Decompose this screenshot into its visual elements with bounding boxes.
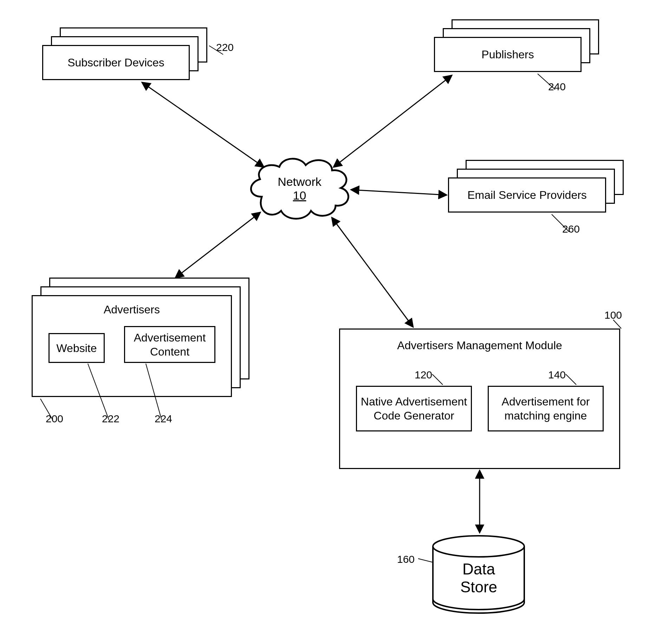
- data-store: DataStore Data Store: [430, 534, 527, 615]
- publishers-box: Publishers: [434, 37, 582, 72]
- ref-200: 200: [46, 413, 63, 425]
- match-engine-label: Advertisement for matching engine: [489, 395, 603, 423]
- amm-label: Advertisers Management Module: [340, 338, 619, 352]
- advertisers-box: Advertisers Website Advertisement Conten…: [32, 295, 232, 397]
- svg-point-0: [433, 536, 524, 557]
- ad-content-box: Advertisement Content: [124, 326, 215, 363]
- native-gen-label: Native Advertisement Code Generator: [357, 395, 471, 423]
- data-store-label: DataStore: [430, 560, 527, 596]
- svg-line-3: [351, 190, 446, 195]
- amm-box: Advertisers Management Module Native Adv…: [339, 328, 620, 469]
- diagram-canvas: Subscriber Devices 220 Publishers 240 Em…: [0, 0, 662, 644]
- ref-220: 220: [216, 41, 234, 53]
- network-cloud: Network 10: [244, 151, 355, 225]
- ref-224: 224: [155, 413, 172, 425]
- advertisers-label: Advertisers: [33, 303, 231, 316]
- ref-260: 260: [562, 223, 580, 235]
- email-providers-label: Email Service Providers: [467, 188, 587, 202]
- ref-120: 120: [415, 369, 432, 381]
- subscriber-devices-box: Subscriber Devices: [42, 45, 190, 80]
- publishers-label: Publishers: [481, 47, 534, 61]
- svg-line-16: [418, 559, 432, 562]
- match-engine-box: Advertisement for matching engine: [488, 386, 604, 431]
- network-label: Network: [244, 175, 355, 189]
- website-box: Website: [48, 333, 105, 363]
- ref-222: 222: [102, 413, 119, 425]
- network-ref: 10: [244, 189, 355, 202]
- ref-100: 100: [604, 309, 622, 321]
- ref-240: 240: [548, 81, 566, 93]
- ref-160: 160: [397, 553, 415, 565]
- subscriber-devices-label: Subscriber Devices: [67, 56, 164, 70]
- ad-content-label: Advertisement Content: [125, 331, 214, 359]
- ref-140: 140: [548, 369, 566, 381]
- native-gen-box: Native Advertisement Code Generator: [356, 386, 472, 431]
- email-providers-box: Email Service Providers: [448, 177, 606, 213]
- svg-line-5: [332, 218, 413, 327]
- website-label: Website: [56, 341, 97, 355]
